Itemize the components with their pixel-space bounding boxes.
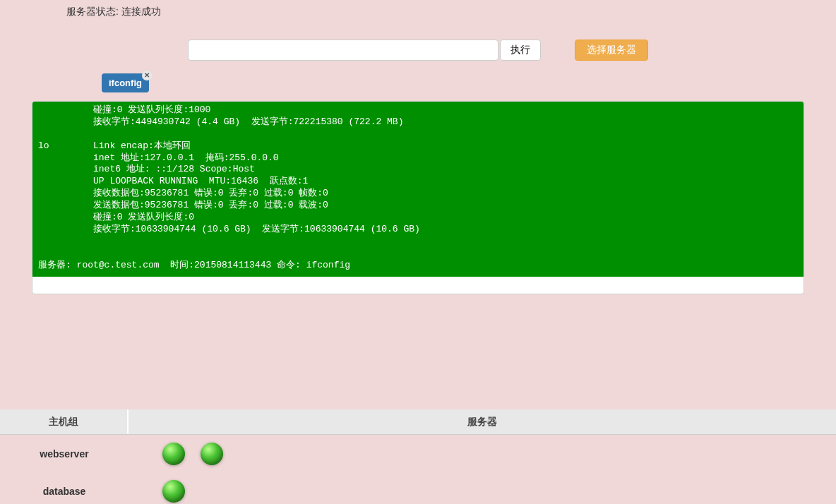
command-tags: ifconfig ✕ <box>0 73 836 92</box>
status-label: 服务器状态: <box>66 6 119 17</box>
command-tag[interactable]: ifconfig ✕ <box>102 73 149 92</box>
server-status-icon[interactable] <box>162 443 185 465</box>
execute-button[interactable]: 执行 <box>500 40 541 61</box>
hostgroup-name: webserver <box>0 448 129 460</box>
status-value: 连接成功 <box>121 6 161 17</box>
select-server-button[interactable]: 选择服务器 <box>575 40 648 61</box>
command-row: 执行 选择服务器 <box>0 40 836 61</box>
table-row: database <box>0 472 836 504</box>
column-header-server: 服务器 <box>129 409 836 434</box>
server-list <box>129 480 836 503</box>
terminal-container[interactable]: 碰撞:0 发送队列长度:1000 接收字节:4494930742 (4.4 GB… <box>32 101 804 294</box>
server-list <box>129 443 836 465</box>
close-icon[interactable]: ✕ <box>142 71 152 80</box>
tag-label: ifconfig <box>109 78 142 88</box>
server-status-icon[interactable] <box>201 443 223 465</box>
table-header: 主机组 服务器 <box>0 409 836 435</box>
table-row: webserver <box>0 435 836 472</box>
column-header-hostgroup: 主机组 <box>0 409 129 434</box>
server-status: 服务器状态: 连接成功 <box>0 6 836 18</box>
command-input[interactable] <box>188 40 498 61</box>
server-status-icon[interactable] <box>162 480 185 503</box>
host-table: 主机组 服务器 webserver database <box>0 409 836 504</box>
terminal-output: 碰撞:0 发送队列长度:1000 接收字节:4494930742 (4.4 GB… <box>32 102 804 277</box>
hostgroup-name: database <box>0 486 129 497</box>
